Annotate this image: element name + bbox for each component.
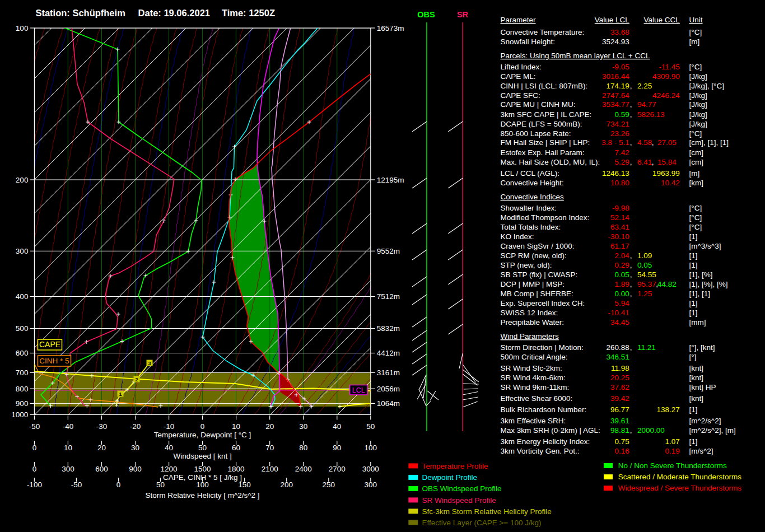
svg-text:10: 10 [232,422,240,431]
svg-text:Convective Height:: Convective Height: [501,179,564,187]
svg-text:80: 80 [299,444,307,452]
svg-text:,: , [656,280,658,288]
svg-text:Exp. Supercell Index CH:: Exp. Supercell Index CH: [501,299,585,307]
svg-text:3161m: 3161m [377,368,400,377]
svg-text:Showalter Index:: Showalter Index: [501,204,557,212]
svg-text:[1], [%], [%]: [1], [%], [%] [689,280,728,288]
svg-text:300: 300 [16,247,29,255]
svg-text:9552m: 9552m [377,247,400,255]
svg-text:CAPE MU | CINH MU:: CAPE MU | CINH MU: [501,100,576,109]
svg-text:SWISS 12 Index:: SWISS 12 Index: [501,309,558,317]
svg-text:[°C]: [°C] [689,129,702,138]
svg-text:850-600 Lapse Rate:: 850-600 Lapse Rate: [501,129,571,138]
svg-text:95.37: 95.37 [637,280,656,288]
svg-text:150: 150 [238,480,251,489]
svg-text:,: , [630,158,632,166]
svg-text:15.84: 15.84 [657,158,677,166]
svg-text:0: 0 [32,444,37,452]
svg-text:Estofex Exp. Hail Param:: Estofex Exp. Hail Param: [501,148,585,157]
svg-text:-9.98: -9.98 [612,204,629,212]
svg-text:-20: -20 [130,422,141,431]
svg-text:1.89: 1.89 [615,280,629,288]
svg-text:1064m: 1064m [377,399,400,408]
svg-text:70: 70 [265,444,274,452]
svg-text:[m]: [m] [689,38,700,46]
svg-text:[knt]: [knt] [689,394,704,403]
svg-text:Max. Hail Size (OLD, MU, IL):: Max. Hail Size (OLD, MU, IL): [501,158,600,166]
svg-text:Date: 19.06.2021: Date: 19.06.2021 [138,8,210,18]
svg-text:3km Effective SRH:: 3km Effective SRH: [501,417,566,425]
svg-text:39.42: 39.42 [610,394,629,403]
svg-text:52.14: 52.14 [610,213,629,222]
svg-text:,: , [630,426,632,435]
svg-text:Total Totals Index:: Total Totals Index: [501,223,561,231]
svg-text:SB STP (fix) | CWASP:: SB STP (fix) | CWASP: [501,270,578,279]
svg-text:Storm Direction | Motion:: Storm Direction | Motion: [501,343,584,352]
svg-text:[knt]: [knt] [689,374,704,382]
svg-text:CINH * 5: CINH * 5 [39,357,69,365]
svg-text:-30.10: -30.10 [608,232,629,241]
svg-text:3km Energy Helicity Index:: 3km Energy Helicity Index: [501,437,590,446]
svg-text:,: , [630,280,632,288]
svg-text:3524.93: 3524.93 [602,38,629,46]
svg-text:600: 600 [95,465,108,473]
svg-text:0: 0 [32,465,37,473]
svg-text:0.16: 0.16 [615,447,629,455]
svg-text:20.25: 20.25 [610,374,629,382]
svg-text:Temperature, Dewpoint [ °C ]: Temperature, Dewpoint [ °C ] [154,431,251,439]
svg-text:SR Wind 9km-11km:: SR Wind 9km-11km: [501,383,570,391]
svg-text:40: 40 [333,422,341,431]
svg-text:[J/kg]: [J/kg] [689,120,707,128]
svg-text:[°C]: [°C] [689,63,702,71]
svg-text:[m^2/s^2], [m]: [m^2/s^2], [m] [689,426,736,435]
svg-text:[J/kg]: [J/kg] [689,100,707,109]
svg-text:-30: -30 [96,422,108,431]
svg-text:1500: 1500 [194,465,211,473]
svg-text:,: , [630,270,632,279]
svg-text:Convective Indices: Convective Indices [501,193,565,201]
svg-text:200: 200 [280,480,293,489]
svg-text:10: 10 [64,444,72,452]
svg-text:-50: -50 [29,422,40,431]
svg-text:50: 50 [198,444,207,452]
svg-text:Temperature Profile: Temperature Profile [422,462,488,470]
svg-text:Bulk Richardson Number:: Bulk Richardson Number: [501,405,587,414]
svg-text:7512m: 7512m [377,292,400,301]
svg-text:,: , [652,138,654,147]
svg-text:900: 900 [129,465,142,473]
svg-text:3: 3 [148,361,151,366]
svg-text:[km]: [km] [689,179,704,187]
svg-text:2056m: 2056m [377,385,400,393]
svg-text:[1]: [1] [689,261,698,269]
svg-text:Value CCL: Value CCL [644,16,680,24]
svg-text:5.94: 5.94 [615,299,630,307]
svg-text:61.17: 61.17 [610,242,629,250]
svg-text:5.29: 5.29 [615,158,629,166]
svg-text:,: , [630,110,632,119]
svg-text:-11.45: -11.45 [659,63,680,71]
svg-text:Station: Schüpfheim: Station: Schüpfheim [35,8,125,18]
svg-text:0.59: 0.59 [615,110,629,119]
svg-text:OBS Windspeed Profile: OBS Windspeed Profile [422,484,502,493]
svg-text:400: 400 [16,292,29,301]
svg-text:0.00: 0.00 [615,290,629,298]
svg-text:10.80: 10.80 [610,179,629,187]
svg-text:MB Comp | SHERBE:: MB Comp | SHERBE: [501,290,573,298]
svg-text:174.19: 174.19 [607,82,629,90]
svg-text:0.75: 0.75 [615,437,629,446]
svg-text:[m^3/s^3]: [m^3/s^3] [689,242,721,250]
svg-text:300: 300 [365,480,377,489]
svg-text:33.68: 33.68 [610,28,629,36]
svg-text:54.55: 54.55 [637,270,656,279]
svg-text:4309.90: 4309.90 [652,72,680,81]
svg-text:,: , [630,100,632,109]
svg-text:-50: -50 [71,480,82,489]
svg-text:Sfc-3km Storm Relative Helicit: Sfc-3km Storm Relative Helicity Profile [422,507,552,516]
svg-text:Windspeed [ knt ]: Windspeed [ knt ] [173,452,231,460]
svg-text:No / Non Severe Thunderstorms: No / Non Severe Thunderstorms [618,461,727,470]
svg-text:500m Critical Angle:: 500m Critical Angle: [501,353,568,361]
svg-text:DCP | MMP | MSP:: DCP | MMP | MSP: [501,280,565,288]
svg-text:0.29: 0.29 [615,261,629,269]
svg-text:Value LCL: Value LCL [595,16,630,24]
svg-text:50: 50 [156,480,165,489]
